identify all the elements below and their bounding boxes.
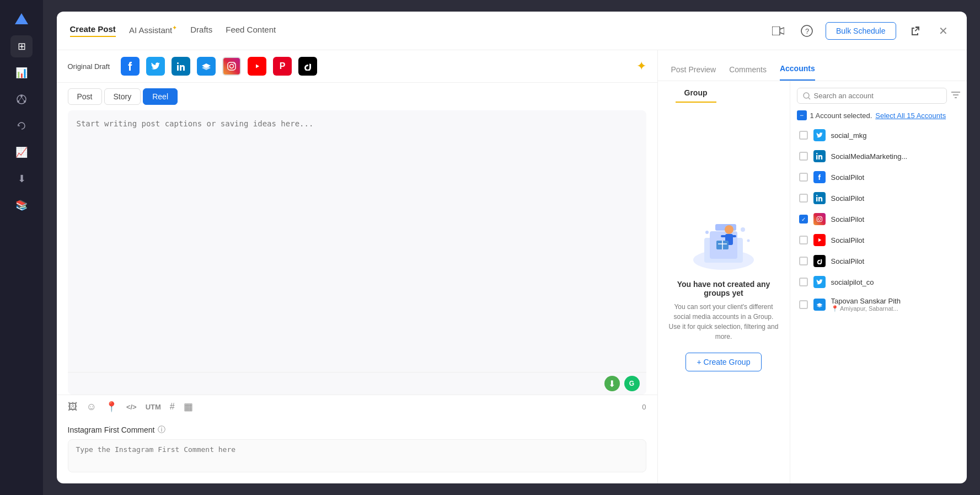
- svg-rect-10: [177, 65, 179, 71]
- first-comment-input[interactable]: [68, 439, 646, 472]
- sidebar-item-book[interactable]: 📚: [10, 194, 33, 216]
- account-checkbox[interactable]: [799, 278, 808, 286]
- account-item[interactable]: SocialPilot: [797, 251, 960, 272]
- svg-line-6: [22, 97, 24, 101]
- tab-feed-content[interactable]: Feed Content: [226, 25, 276, 36]
- search-box[interactable]: [797, 88, 947, 104]
- emoji-icon[interactable]: ☺: [87, 401, 97, 413]
- sparkle-button[interactable]: ✦: [636, 59, 646, 73]
- sidebar-item-refresh[interactable]: [10, 115, 33, 137]
- right-panel: Post Preview Comments Accounts Group: [658, 50, 967, 483]
- svg-point-30: [747, 239, 750, 242]
- group-illustration: [688, 210, 759, 271]
- account-checkbox[interactable]: [799, 173, 808, 182]
- right-content: Group: [658, 81, 967, 483]
- caption-input[interactable]: [68, 110, 646, 372]
- selected-count: 1 Account selected.: [810, 111, 872, 120]
- account-checkbox-checked[interactable]: [799, 215, 808, 223]
- platform-buffer[interactable]: [197, 57, 216, 76]
- tab-ai-assistant[interactable]: AI Assistant✦: [129, 24, 177, 37]
- help-button[interactable]: ?: [797, 21, 817, 41]
- sidebar-item-analytics[interactable]: 📊: [10, 62, 33, 84]
- modal-header: Create Post AI Assistant✦ Drafts Feed Co…: [57, 12, 967, 50]
- original-draft-label: Original Draft: [68, 62, 110, 71]
- svg-marker-0: [15, 13, 28, 24]
- close-button[interactable]: ✕: [934, 21, 954, 41]
- svg-rect-23: [721, 235, 726, 237]
- sidebar-item-chart[interactable]: 📈: [10, 141, 33, 163]
- ai-badge: ✦: [172, 24, 177, 31]
- location-icon[interactable]: 📍: [105, 401, 117, 413]
- account-checkbox[interactable]: [799, 257, 808, 265]
- svg-point-2: [20, 95, 23, 97]
- bulk-schedule-button[interactable]: Bulk Schedule: [826, 22, 896, 40]
- svg-line-5: [19, 97, 22, 101]
- account-info: Tapovan Sanskar Pith 📍 Amiyapur, Sabarna…: [831, 297, 958, 312]
- svg-rect-36: [816, 155, 817, 159]
- platform-pinterest[interactable]: P: [273, 57, 292, 76]
- account-item[interactable]: SocialPilot: [797, 188, 960, 209]
- account-item[interactable]: Tapovan Sanskar Pith 📍 Amiyapur, Sabarna…: [797, 292, 960, 317]
- filter-button[interactable]: [951, 91, 960, 101]
- account-item[interactable]: social_mkg: [797, 125, 960, 146]
- account-item[interactable]: SocialPilot: [797, 230, 960, 251]
- account-checkbox[interactable]: [799, 300, 808, 309]
- tab-post-preview[interactable]: Post Preview: [671, 65, 716, 81]
- account-checkbox[interactable]: [799, 236, 808, 244]
- sidebar-item-connections[interactable]: [10, 88, 33, 110]
- tab-accounts[interactable]: Accounts: [780, 64, 815, 81]
- search-input[interactable]: [814, 92, 941, 100]
- sidebar: ⊞ 📊 📈 ⬇ 📚: [0, 0, 43, 495]
- sidebar-item-download[interactable]: ⬇: [10, 168, 33, 190]
- svg-point-42: [821, 217, 821, 217]
- platform-facebook[interactable]: [121, 57, 140, 76]
- account-checkbox[interactable]: [799, 131, 808, 140]
- svg-point-31: [804, 93, 809, 98]
- code-icon[interactable]: </>: [126, 403, 137, 411]
- create-group-button[interactable]: + Create Group: [686, 353, 762, 371]
- svg-point-13: [230, 65, 234, 68]
- account-item[interactable]: SocialPilot: [797, 209, 960, 230]
- select-all-row: − 1 Account selected. Select All 15 Acco…: [790, 108, 967, 125]
- first-comment-label: Instagram First Comment ⓘ: [68, 425, 646, 435]
- export-button[interactable]: [905, 21, 925, 41]
- tab-comments[interactable]: Comments: [729, 65, 767, 81]
- utm-icon[interactable]: UTM: [146, 403, 161, 411]
- video-button[interactable]: [768, 21, 788, 41]
- group-panel: Group: [658, 81, 790, 483]
- account-name: social_mkg: [831, 131, 958, 140]
- accounts-list: social_mkg SocialMediaMarketing...: [790, 125, 967, 483]
- tab-create-post[interactable]: Create Post: [70, 24, 116, 37]
- tab-drafts[interactable]: Drafts: [190, 25, 212, 36]
- deselect-icon[interactable]: −: [797, 110, 807, 120]
- linkedin-platform-icon: [813, 192, 826, 204]
- platform-twitter[interactable]: [146, 57, 165, 76]
- account-checkbox[interactable]: [799, 194, 808, 203]
- platform-tiktok[interactable]: [298, 57, 317, 76]
- account-item[interactable]: socialpilot_co: [797, 272, 960, 292]
- svg-rect-7: [772, 26, 780, 35]
- svg-point-21: [725, 225, 733, 234]
- image-icon[interactable]: 🖼: [68, 401, 78, 413]
- platform-linkedin[interactable]: [172, 57, 190, 76]
- sidebar-item-dashboard[interactable]: ⊞: [10, 35, 33, 57]
- modal-overlay: ⊞ 📊 📈 ⬇ 📚 Create Post AI Assistant✦ Draf…: [0, 0, 980, 495]
- editor-toolbar: 🖼 ☺ 📍 </> UTM # ▦ 0: [57, 395, 657, 418]
- sidebar-logo: [10, 9, 33, 31]
- grammarly-icon[interactable]: G: [624, 376, 640, 391]
- hashtag-icon[interactable]: #: [170, 402, 175, 412]
- account-name: SocialMediaMarketing...: [831, 152, 958, 161]
- account-checkbox[interactable]: [799, 152, 808, 161]
- select-all-link[interactable]: Select All 15 Accounts: [875, 111, 946, 120]
- download-icon[interactable]: ⬇: [604, 376, 620, 391]
- table-icon[interactable]: ▦: [184, 401, 193, 413]
- platform-instagram[interactable]: [222, 57, 241, 76]
- svg-point-37: [816, 153, 817, 154]
- post-type-story[interactable]: Story: [104, 88, 141, 105]
- post-type-post[interactable]: Post: [68, 88, 102, 105]
- account-item[interactable]: SocialPilot: [797, 167, 960, 188]
- platform-youtube[interactable]: [248, 57, 266, 76]
- twitter-platform-icon: [813, 276, 826, 288]
- post-type-reel[interactable]: Reel: [143, 88, 178, 105]
- account-item[interactable]: SocialMediaMarketing...: [797, 146, 960, 167]
